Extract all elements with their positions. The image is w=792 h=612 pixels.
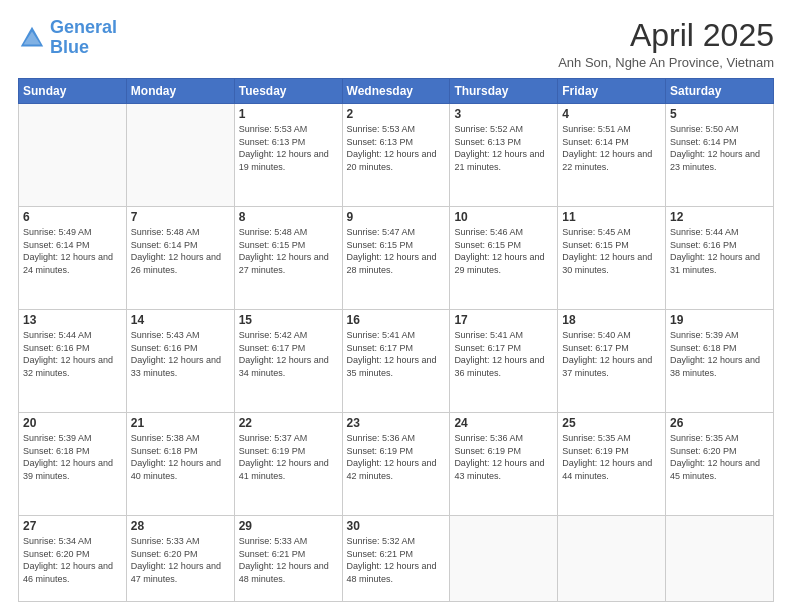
day-number: 28 xyxy=(131,519,230,533)
day-info: Sunrise: 5:52 AM Sunset: 6:13 PM Dayligh… xyxy=(454,123,553,173)
calendar-cell: 13Sunrise: 5:44 AM Sunset: 6:16 PM Dayli… xyxy=(19,310,127,413)
calendar-cell: 15Sunrise: 5:42 AM Sunset: 6:17 PM Dayli… xyxy=(234,310,342,413)
day-number: 8 xyxy=(239,210,338,224)
day-number: 24 xyxy=(454,416,553,430)
subtitle: Anh Son, Nghe An Province, Vietnam xyxy=(558,55,774,70)
weekday-header: Thursday xyxy=(450,79,558,104)
day-info: Sunrise: 5:35 AM Sunset: 6:19 PM Dayligh… xyxy=(562,432,661,482)
logo-icon xyxy=(18,24,46,52)
day-info: Sunrise: 5:41 AM Sunset: 6:17 PM Dayligh… xyxy=(347,329,446,379)
calendar-cell: 18Sunrise: 5:40 AM Sunset: 6:17 PM Dayli… xyxy=(558,310,666,413)
logo-line1: General xyxy=(50,17,117,37)
day-info: Sunrise: 5:44 AM Sunset: 6:16 PM Dayligh… xyxy=(23,329,122,379)
day-number: 11 xyxy=(562,210,661,224)
day-info: Sunrise: 5:53 AM Sunset: 6:13 PM Dayligh… xyxy=(347,123,446,173)
calendar-cell: 22Sunrise: 5:37 AM Sunset: 6:19 PM Dayli… xyxy=(234,413,342,516)
calendar-cell: 28Sunrise: 5:33 AM Sunset: 6:20 PM Dayli… xyxy=(126,516,234,602)
calendar-table: SundayMondayTuesdayWednesdayThursdayFrid… xyxy=(18,78,774,602)
day-info: Sunrise: 5:33 AM Sunset: 6:20 PM Dayligh… xyxy=(131,535,230,585)
day-number: 16 xyxy=(347,313,446,327)
day-number: 3 xyxy=(454,107,553,121)
day-number: 6 xyxy=(23,210,122,224)
day-number: 17 xyxy=(454,313,553,327)
day-number: 4 xyxy=(562,107,661,121)
day-number: 2 xyxy=(347,107,446,121)
day-info: Sunrise: 5:40 AM Sunset: 6:17 PM Dayligh… xyxy=(562,329,661,379)
day-info: Sunrise: 5:46 AM Sunset: 6:15 PM Dayligh… xyxy=(454,226,553,276)
calendar-week-row: 1Sunrise: 5:53 AM Sunset: 6:13 PM Daylig… xyxy=(19,104,774,207)
day-number: 21 xyxy=(131,416,230,430)
day-number: 9 xyxy=(347,210,446,224)
day-info: Sunrise: 5:44 AM Sunset: 6:16 PM Dayligh… xyxy=(670,226,769,276)
day-info: Sunrise: 5:32 AM Sunset: 6:21 PM Dayligh… xyxy=(347,535,446,585)
day-info: Sunrise: 5:48 AM Sunset: 6:14 PM Dayligh… xyxy=(131,226,230,276)
weekday-header: Monday xyxy=(126,79,234,104)
calendar-week-row: 27Sunrise: 5:34 AM Sunset: 6:20 PM Dayli… xyxy=(19,516,774,602)
day-info: Sunrise: 5:35 AM Sunset: 6:20 PM Dayligh… xyxy=(670,432,769,482)
weekday-header: Tuesday xyxy=(234,79,342,104)
calendar-cell: 21Sunrise: 5:38 AM Sunset: 6:18 PM Dayli… xyxy=(126,413,234,516)
day-number: 7 xyxy=(131,210,230,224)
calendar-cell: 20Sunrise: 5:39 AM Sunset: 6:18 PM Dayli… xyxy=(19,413,127,516)
calendar-cell: 30Sunrise: 5:32 AM Sunset: 6:21 PM Dayli… xyxy=(342,516,450,602)
day-number: 20 xyxy=(23,416,122,430)
calendar-cell: 23Sunrise: 5:36 AM Sunset: 6:19 PM Dayli… xyxy=(342,413,450,516)
day-number: 15 xyxy=(239,313,338,327)
day-info: Sunrise: 5:48 AM Sunset: 6:15 PM Dayligh… xyxy=(239,226,338,276)
day-number: 12 xyxy=(670,210,769,224)
calendar-cell: 12Sunrise: 5:44 AM Sunset: 6:16 PM Dayli… xyxy=(666,207,774,310)
weekday-header: Friday xyxy=(558,79,666,104)
weekday-header: Wednesday xyxy=(342,79,450,104)
calendar-cell: 8Sunrise: 5:48 AM Sunset: 6:15 PM Daylig… xyxy=(234,207,342,310)
calendar-week-row: 20Sunrise: 5:39 AM Sunset: 6:18 PM Dayli… xyxy=(19,413,774,516)
day-info: Sunrise: 5:38 AM Sunset: 6:18 PM Dayligh… xyxy=(131,432,230,482)
day-info: Sunrise: 5:53 AM Sunset: 6:13 PM Dayligh… xyxy=(239,123,338,173)
day-info: Sunrise: 5:42 AM Sunset: 6:17 PM Dayligh… xyxy=(239,329,338,379)
day-number: 1 xyxy=(239,107,338,121)
main-title: April 2025 xyxy=(558,18,774,53)
title-block: April 2025 Anh Son, Nghe An Province, Vi… xyxy=(558,18,774,70)
calendar-cell: 26Sunrise: 5:35 AM Sunset: 6:20 PM Dayli… xyxy=(666,413,774,516)
day-info: Sunrise: 5:49 AM Sunset: 6:14 PM Dayligh… xyxy=(23,226,122,276)
calendar-header-row: SundayMondayTuesdayWednesdayThursdayFrid… xyxy=(19,79,774,104)
header: General Blue April 2025 Anh Son, Nghe An… xyxy=(18,18,774,70)
day-number: 14 xyxy=(131,313,230,327)
calendar-cell: 25Sunrise: 5:35 AM Sunset: 6:19 PM Dayli… xyxy=(558,413,666,516)
calendar-cell: 4Sunrise: 5:51 AM Sunset: 6:14 PM Daylig… xyxy=(558,104,666,207)
calendar-cell: 7Sunrise: 5:48 AM Sunset: 6:14 PM Daylig… xyxy=(126,207,234,310)
calendar-cell: 2Sunrise: 5:53 AM Sunset: 6:13 PM Daylig… xyxy=(342,104,450,207)
calendar-cell: 11Sunrise: 5:45 AM Sunset: 6:15 PM Dayli… xyxy=(558,207,666,310)
calendar-cell xyxy=(666,516,774,602)
calendar-cell: 1Sunrise: 5:53 AM Sunset: 6:13 PM Daylig… xyxy=(234,104,342,207)
day-number: 26 xyxy=(670,416,769,430)
calendar-cell: 14Sunrise: 5:43 AM Sunset: 6:16 PM Dayli… xyxy=(126,310,234,413)
weekday-header: Sunday xyxy=(19,79,127,104)
day-info: Sunrise: 5:36 AM Sunset: 6:19 PM Dayligh… xyxy=(347,432,446,482)
day-number: 18 xyxy=(562,313,661,327)
day-number: 19 xyxy=(670,313,769,327)
calendar-week-row: 13Sunrise: 5:44 AM Sunset: 6:16 PM Dayli… xyxy=(19,310,774,413)
day-number: 30 xyxy=(347,519,446,533)
logo: General Blue xyxy=(18,18,117,58)
calendar-body: 1Sunrise: 5:53 AM Sunset: 6:13 PM Daylig… xyxy=(19,104,774,602)
calendar-cell xyxy=(19,104,127,207)
calendar-cell: 6Sunrise: 5:49 AM Sunset: 6:14 PM Daylig… xyxy=(19,207,127,310)
day-number: 29 xyxy=(239,519,338,533)
calendar-cell: 24Sunrise: 5:36 AM Sunset: 6:19 PM Dayli… xyxy=(450,413,558,516)
calendar-cell xyxy=(450,516,558,602)
day-number: 23 xyxy=(347,416,446,430)
day-number: 25 xyxy=(562,416,661,430)
calendar-week-row: 6Sunrise: 5:49 AM Sunset: 6:14 PM Daylig… xyxy=(19,207,774,310)
day-number: 10 xyxy=(454,210,553,224)
day-number: 5 xyxy=(670,107,769,121)
calendar-cell: 10Sunrise: 5:46 AM Sunset: 6:15 PM Dayli… xyxy=(450,207,558,310)
day-info: Sunrise: 5:39 AM Sunset: 6:18 PM Dayligh… xyxy=(670,329,769,379)
day-info: Sunrise: 5:36 AM Sunset: 6:19 PM Dayligh… xyxy=(454,432,553,482)
calendar-cell: 3Sunrise: 5:52 AM Sunset: 6:13 PM Daylig… xyxy=(450,104,558,207)
calendar-cell: 5Sunrise: 5:50 AM Sunset: 6:14 PM Daylig… xyxy=(666,104,774,207)
day-info: Sunrise: 5:47 AM Sunset: 6:15 PM Dayligh… xyxy=(347,226,446,276)
day-info: Sunrise: 5:39 AM Sunset: 6:18 PM Dayligh… xyxy=(23,432,122,482)
day-info: Sunrise: 5:50 AM Sunset: 6:14 PM Dayligh… xyxy=(670,123,769,173)
day-info: Sunrise: 5:43 AM Sunset: 6:16 PM Dayligh… xyxy=(131,329,230,379)
day-info: Sunrise: 5:45 AM Sunset: 6:15 PM Dayligh… xyxy=(562,226,661,276)
